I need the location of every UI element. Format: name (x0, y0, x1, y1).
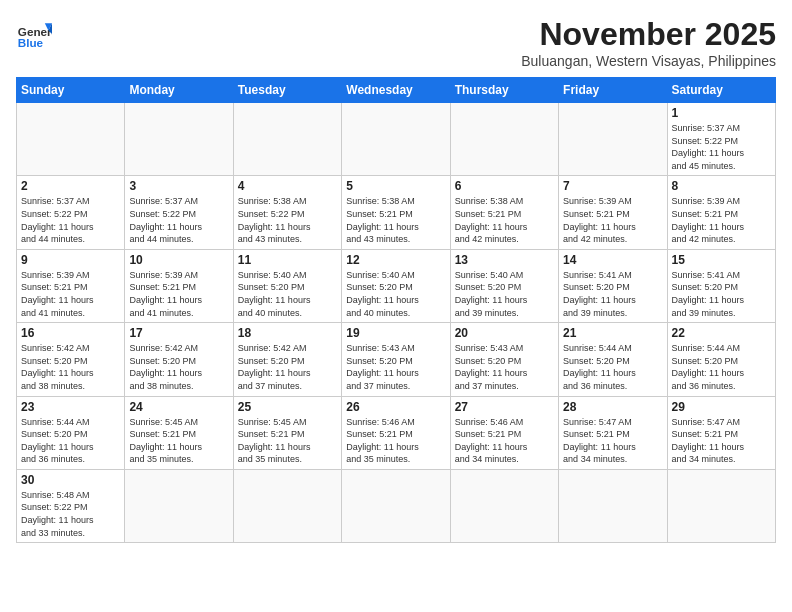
page-header: General Blue November 2025 Buluangan, We… (16, 16, 776, 69)
day-info: Sunrise: 5:47 AM Sunset: 5:21 PM Dayligh… (563, 416, 662, 466)
day-info: Sunrise: 5:44 AM Sunset: 5:20 PM Dayligh… (21, 416, 120, 466)
calendar-cell: 18Sunrise: 5:42 AM Sunset: 5:20 PM Dayli… (233, 323, 341, 396)
day-info: Sunrise: 5:46 AM Sunset: 5:21 PM Dayligh… (346, 416, 445, 466)
weekday-header-monday: Monday (125, 78, 233, 103)
calendar-cell: 1Sunrise: 5:37 AM Sunset: 5:22 PM Daylig… (667, 103, 775, 176)
weekday-header-wednesday: Wednesday (342, 78, 450, 103)
calendar-cell (17, 103, 125, 176)
day-number: 5 (346, 179, 445, 193)
weekday-header-thursday: Thursday (450, 78, 558, 103)
day-number: 10 (129, 253, 228, 267)
day-info: Sunrise: 5:40 AM Sunset: 5:20 PM Dayligh… (455, 269, 554, 319)
calendar-cell: 5Sunrise: 5:38 AM Sunset: 5:21 PM Daylig… (342, 176, 450, 249)
day-info: Sunrise: 5:45 AM Sunset: 5:21 PM Dayligh… (129, 416, 228, 466)
day-info: Sunrise: 5:39 AM Sunset: 5:21 PM Dayligh… (563, 195, 662, 245)
calendar-cell: 29Sunrise: 5:47 AM Sunset: 5:21 PM Dayli… (667, 396, 775, 469)
month-year-title: November 2025 (521, 16, 776, 53)
day-info: Sunrise: 5:44 AM Sunset: 5:20 PM Dayligh… (672, 342, 771, 392)
calendar-cell (342, 103, 450, 176)
calendar-cell: 20Sunrise: 5:43 AM Sunset: 5:20 PM Dayli… (450, 323, 558, 396)
day-info: Sunrise: 5:42 AM Sunset: 5:20 PM Dayligh… (21, 342, 120, 392)
day-info: Sunrise: 5:48 AM Sunset: 5:22 PM Dayligh… (21, 489, 120, 539)
day-number: 27 (455, 400, 554, 414)
calendar-cell: 23Sunrise: 5:44 AM Sunset: 5:20 PM Dayli… (17, 396, 125, 469)
calendar-cell (342, 469, 450, 542)
day-number: 12 (346, 253, 445, 267)
day-info: Sunrise: 5:40 AM Sunset: 5:20 PM Dayligh… (346, 269, 445, 319)
day-number: 29 (672, 400, 771, 414)
day-info: Sunrise: 5:43 AM Sunset: 5:20 PM Dayligh… (346, 342, 445, 392)
calendar-cell: 17Sunrise: 5:42 AM Sunset: 5:20 PM Dayli… (125, 323, 233, 396)
day-number: 3 (129, 179, 228, 193)
calendar-week-row: 2Sunrise: 5:37 AM Sunset: 5:22 PM Daylig… (17, 176, 776, 249)
day-number: 15 (672, 253, 771, 267)
logo: General Blue (16, 16, 52, 52)
calendar-week-row: 30Sunrise: 5:48 AM Sunset: 5:22 PM Dayli… (17, 469, 776, 542)
day-info: Sunrise: 5:39 AM Sunset: 5:21 PM Dayligh… (21, 269, 120, 319)
weekday-header-friday: Friday (559, 78, 667, 103)
calendar-cell: 12Sunrise: 5:40 AM Sunset: 5:20 PM Dayli… (342, 249, 450, 322)
calendar-cell: 10Sunrise: 5:39 AM Sunset: 5:21 PM Dayli… (125, 249, 233, 322)
calendar-cell: 21Sunrise: 5:44 AM Sunset: 5:20 PM Dayli… (559, 323, 667, 396)
day-info: Sunrise: 5:37 AM Sunset: 5:22 PM Dayligh… (21, 195, 120, 245)
day-info: Sunrise: 5:42 AM Sunset: 5:20 PM Dayligh… (129, 342, 228, 392)
weekday-header-tuesday: Tuesday (233, 78, 341, 103)
calendar-cell: 13Sunrise: 5:40 AM Sunset: 5:20 PM Dayli… (450, 249, 558, 322)
day-number: 1 (672, 106, 771, 120)
calendar-cell: 16Sunrise: 5:42 AM Sunset: 5:20 PM Dayli… (17, 323, 125, 396)
day-number: 2 (21, 179, 120, 193)
day-info: Sunrise: 5:37 AM Sunset: 5:22 PM Dayligh… (672, 122, 771, 172)
calendar-table: SundayMondayTuesdayWednesdayThursdayFrid… (16, 77, 776, 543)
day-number: 24 (129, 400, 228, 414)
calendar-cell: 3Sunrise: 5:37 AM Sunset: 5:22 PM Daylig… (125, 176, 233, 249)
calendar-cell (559, 103, 667, 176)
day-number: 17 (129, 326, 228, 340)
location-subtitle: Buluangan, Western Visayas, Philippines (521, 53, 776, 69)
calendar-cell: 14Sunrise: 5:41 AM Sunset: 5:20 PM Dayli… (559, 249, 667, 322)
day-info: Sunrise: 5:41 AM Sunset: 5:20 PM Dayligh… (672, 269, 771, 319)
calendar-cell (450, 469, 558, 542)
calendar-cell (667, 469, 775, 542)
calendar-cell: 9Sunrise: 5:39 AM Sunset: 5:21 PM Daylig… (17, 249, 125, 322)
day-number: 23 (21, 400, 120, 414)
day-number: 8 (672, 179, 771, 193)
calendar-cell (125, 469, 233, 542)
weekday-header-sunday: Sunday (17, 78, 125, 103)
day-number: 18 (238, 326, 337, 340)
day-number: 22 (672, 326, 771, 340)
day-info: Sunrise: 5:38 AM Sunset: 5:21 PM Dayligh… (346, 195, 445, 245)
day-number: 16 (21, 326, 120, 340)
calendar-cell: 26Sunrise: 5:46 AM Sunset: 5:21 PM Dayli… (342, 396, 450, 469)
calendar-week-row: 23Sunrise: 5:44 AM Sunset: 5:20 PM Dayli… (17, 396, 776, 469)
day-number: 6 (455, 179, 554, 193)
day-number: 7 (563, 179, 662, 193)
calendar-cell: 2Sunrise: 5:37 AM Sunset: 5:22 PM Daylig… (17, 176, 125, 249)
calendar-week-row: 16Sunrise: 5:42 AM Sunset: 5:20 PM Dayli… (17, 323, 776, 396)
calendar-cell: 8Sunrise: 5:39 AM Sunset: 5:21 PM Daylig… (667, 176, 775, 249)
day-info: Sunrise: 5:37 AM Sunset: 5:22 PM Dayligh… (129, 195, 228, 245)
calendar-cell (450, 103, 558, 176)
calendar-cell (559, 469, 667, 542)
day-number: 21 (563, 326, 662, 340)
day-number: 28 (563, 400, 662, 414)
calendar-cell: 24Sunrise: 5:45 AM Sunset: 5:21 PM Dayli… (125, 396, 233, 469)
day-info: Sunrise: 5:41 AM Sunset: 5:20 PM Dayligh… (563, 269, 662, 319)
calendar-cell: 4Sunrise: 5:38 AM Sunset: 5:22 PM Daylig… (233, 176, 341, 249)
svg-text:Blue: Blue (18, 36, 44, 49)
day-number: 11 (238, 253, 337, 267)
calendar-cell: 19Sunrise: 5:43 AM Sunset: 5:20 PM Dayli… (342, 323, 450, 396)
day-info: Sunrise: 5:38 AM Sunset: 5:21 PM Dayligh… (455, 195, 554, 245)
logo-icon: General Blue (16, 16, 52, 52)
calendar-cell: 6Sunrise: 5:38 AM Sunset: 5:21 PM Daylig… (450, 176, 558, 249)
calendar-cell (125, 103, 233, 176)
day-info: Sunrise: 5:46 AM Sunset: 5:21 PM Dayligh… (455, 416, 554, 466)
day-info: Sunrise: 5:39 AM Sunset: 5:21 PM Dayligh… (672, 195, 771, 245)
day-number: 30 (21, 473, 120, 487)
day-info: Sunrise: 5:38 AM Sunset: 5:22 PM Dayligh… (238, 195, 337, 245)
calendar-cell: 7Sunrise: 5:39 AM Sunset: 5:21 PM Daylig… (559, 176, 667, 249)
day-info: Sunrise: 5:44 AM Sunset: 5:20 PM Dayligh… (563, 342, 662, 392)
day-number: 26 (346, 400, 445, 414)
day-info: Sunrise: 5:43 AM Sunset: 5:20 PM Dayligh… (455, 342, 554, 392)
title-block: November 2025 Buluangan, Western Visayas… (521, 16, 776, 69)
day-number: 20 (455, 326, 554, 340)
